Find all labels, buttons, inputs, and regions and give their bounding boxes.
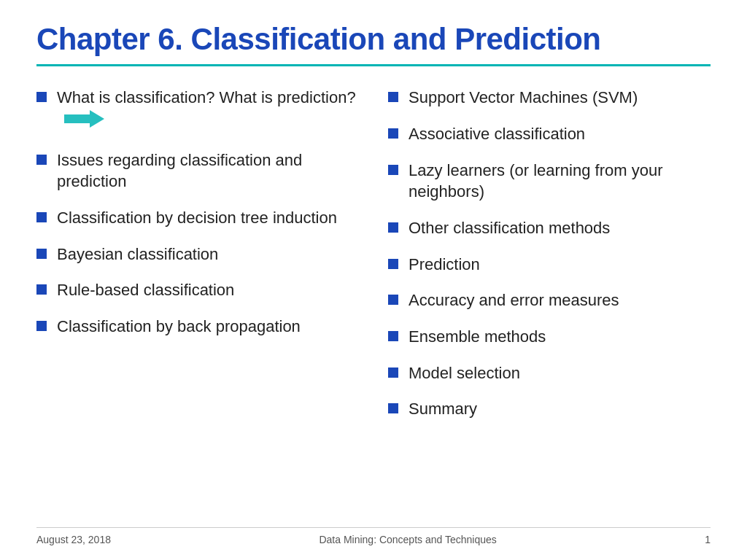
bullet-other: Other classification methods [409, 217, 610, 239]
bullet-associative: Associative classification [409, 123, 585, 145]
list-item: Associative classification [388, 123, 711, 145]
list-item: Support Vector Machines (SVM) [388, 87, 711, 109]
title-divider [36, 64, 711, 66]
list-item: What is classification? What is predicti… [36, 87, 359, 134]
bullet-marker-icon [388, 259, 398, 269]
bullet-svm: Support Vector Machines (SVM) [409, 87, 638, 109]
list-item: Lazy learners (or learning from your nei… [388, 160, 711, 203]
bullet-what-is: What is classification? What is predicti… [57, 87, 359, 134]
bullet-marker-icon [388, 368, 398, 378]
footer-course: Data Mining: Concepts and Techniques [319, 534, 496, 545]
slide: Chapter 6. Classification and Prediction… [0, 0, 747, 560]
bullet-bayesian: Bayesian classification [57, 244, 218, 265]
list-item: Summary [388, 398, 711, 420]
list-item: Other classification methods [388, 217, 711, 239]
bullet-marker-icon [388, 222, 398, 233]
arrow-icon [64, 109, 104, 135]
bullet-prediction: Prediction [409, 254, 480, 276]
content-area: What is classification? What is predicti… [36, 79, 711, 524]
footer-date: August 23, 2018 [36, 534, 111, 545]
list-item: Issues regarding classification and pred… [36, 149, 359, 192]
svg-marker-0 [64, 110, 104, 128]
left-column: What is classification? What is predicti… [36, 79, 374, 524]
bullet-marker-icon [388, 295, 398, 305]
bullet-accuracy: Accuracy and error measures [409, 289, 619, 311]
list-item: Prediction [388, 254, 711, 276]
slide-title: Chapter 6. Classification and Prediction [36, 22, 711, 57]
bullet-marker-icon [388, 165, 398, 175]
bullet-summary: Summary [409, 398, 477, 420]
bullet-marker-icon [36, 212, 47, 222]
list-item: Classification by back propagation [36, 316, 359, 338]
bullet-decision-tree: Classification by decision tree inductio… [57, 207, 337, 229]
footer-page: 1 [705, 534, 711, 545]
bullet-marker-icon [36, 92, 47, 102]
bullet-ensemble: Ensemble methods [409, 326, 546, 348]
bullet-marker-icon [388, 128, 398, 139]
right-column: Support Vector Machines (SVM)Associative… [374, 79, 711, 524]
list-item: Accuracy and error measures [388, 289, 711, 311]
bullet-marker-icon [36, 284, 47, 295]
bullet-marker-icon [388, 403, 398, 413]
bullet-marker-icon [36, 321, 47, 331]
bullet-rule-based: Rule-based classification [57, 279, 234, 301]
list-item: Classification by decision tree inductio… [36, 207, 359, 229]
bullet-marker-icon [388, 331, 398, 341]
list-item: Bayesian classification [36, 244, 359, 265]
bullet-issues: Issues regarding classification and pred… [57, 149, 359, 192]
slide-footer: August 23, 2018 Data Mining: Concepts an… [36, 527, 711, 545]
bullet-back-prop: Classification by back propagation [57, 316, 301, 338]
list-item: Rule-based classification [36, 279, 359, 301]
bullet-marker-icon [388, 92, 398, 102]
bullet-marker-icon [36, 155, 47, 165]
bullet-model: Model selection [409, 362, 520, 384]
bullet-marker-icon [36, 249, 47, 259]
bullet-lazy: Lazy learners (or learning from your nei… [409, 160, 711, 203]
list-item: Ensemble methods [388, 326, 711, 348]
list-item: Model selection [388, 362, 711, 384]
